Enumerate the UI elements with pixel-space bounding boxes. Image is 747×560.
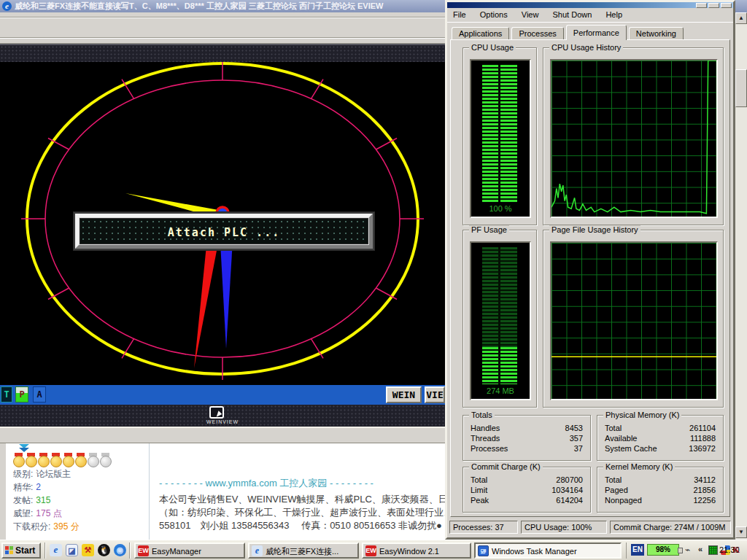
medal-row [13,453,112,467]
browser-vertical-scrollbar[interactable]: ▲ ▼ [735,12,747,540]
monitor-icon: 🖳 [478,545,489,556]
kernel-memory-group: Kernel Memory (K) Total34112 Paged21856 … [597,467,724,513]
stat-download-points: 下载积分:395 分 [13,521,80,534]
pf-usage-gauge: 274 MB [470,241,531,400]
signature-line-3: 558101 刘小姐 13584556343 传真：0510 80516653 … [159,519,445,532]
task-manager-window: File Options View Shut Down Help Applica… [445,0,735,540]
hmi-window-bottom-edge [0,427,445,443]
stat-posts: 发帖:315 [13,494,80,508]
easywindow-icon: EW [365,545,376,556]
gold-medal-icon [38,453,49,466]
scroll-down-button[interactable]: ▼ [735,526,747,538]
cpu-led-lit [482,65,517,202]
stat-row: Total280700 [463,475,590,485]
tab-processes[interactable]: Processes [511,27,563,40]
pf-usage-group: PF Usage 274 MB [462,230,537,408]
tab-performance[interactable]: Performance [566,25,627,40]
weinview-label: WEINVIEW [0,419,445,424]
taskbar-item-easywindow[interactable]: EW EasyWindow 2.1 [362,542,471,559]
status-processes: Processes: 37 [449,521,518,534]
media-icon[interactable]: ◉ [114,544,126,556]
hmi-header-strip [0,44,445,62]
status-commit-charge: Commit Charge: 274M / 1009M [610,521,731,534]
window-icon[interactable]: ◪ [66,544,78,556]
scroll-thumb[interactable] [735,69,747,107]
hmi-button-t[interactable]: T [1,386,12,402]
tool-icon[interactable]: ⚒ [82,544,94,556]
cpu-history-graph [550,59,718,218]
stat-row: Threads357 [463,433,590,443]
signature-line-2: （如：纺织印染、环保化工、干燥行业、超声波行业、表面处理行业、照 [159,506,445,519]
power-plug-icon[interactable]: ⌁ [685,545,695,554]
stat-row: Peak614204 [463,495,590,505]
cpu-usage-value: 100 % [471,204,530,213]
windows-flag-icon [5,546,13,554]
column-divider [149,443,150,540]
close-button[interactable] [721,3,732,8]
gold-medal-icon [75,453,86,466]
taskbar-item-task-manager[interactable]: 🖳 Windows Task Manager [474,542,622,559]
internet-explorer-icon: e [2,1,12,11]
stat-row: System Cache136972 [597,443,723,454]
signature-divider: - - - - - - - - www.ymmfa.com 工控人家园 - - … [159,477,445,490]
taskbar-item-easymanager[interactable]: EW EasyManager [134,542,245,559]
stat-prestige: 威望:175 点 [13,508,80,521]
menu-file[interactable]: File [447,8,472,21]
physical-memory-group: Physical Memory (K) Total261104 Availabl… [597,415,724,461]
tab-networking[interactable]: Networking [629,27,684,40]
gold-medal-icon [13,453,24,466]
stat-row: Limit1034164 [463,485,590,495]
commit-charge-group: Commit Charge (K) Total280700 Limit10341… [462,467,591,513]
easymanager-icon: EW [138,545,149,556]
task-manager-menu-bar: File Options View Shut Down Help [447,8,733,23]
signature-line-1: 本公司专业销售EV、WEINVIEW触摸屏、科威PLC、康沃变频器、日本高 [159,493,445,506]
cpu-usage-gauge: 100 % [470,59,531,218]
menu-shutdown[interactable]: Shut Down [547,8,598,21]
internet-explorer-icon[interactable]: e [50,544,62,556]
menu-view[interactable]: View [516,8,545,21]
menu-help[interactable]: Help [600,8,628,21]
collapse-chevron-icon[interactable] [19,448,29,452]
tab-applications[interactable]: Applications [452,27,509,40]
task-manager-status-bar: Processes: 37 CPU Usage: 100% Commit Cha… [447,519,733,535]
hmi-button-p[interactable]: P [15,386,28,402]
tray-expand-icon[interactable]: « [698,545,703,553]
pf-led-dim [482,247,517,347]
user-stats: 级别:论坛版主 精华:2 发帖:315 威望:175 点 下载积分:395 分 [13,468,80,534]
minimize-button[interactable] [696,3,707,8]
hmi-button-view[interactable]: VIE [425,386,445,403]
silver-medal-icon [100,453,111,466]
performance-tab-page: CPU Usage 100 % CPU Usage History PF Usa… [450,39,730,517]
signature-block: - - - - - - - - www.ymmfa.com 工控人家园 - - … [159,477,445,532]
plc-message-text: Attach PLC ... [80,218,368,244]
separator [129,542,131,559]
tab-strip: Applications Processes Performance Netwo… [452,25,684,40]
silver-medal-icon [88,453,98,466]
hmi-button-a[interactable]: A [33,386,46,402]
cpu-meter-tray-icon[interactable] [708,545,718,555]
start-button[interactable]: Start [1,542,41,559]
stat-row: Total261104 [597,423,723,433]
battery-indicator[interactable]: 98% [647,544,679,556]
hmi-footer-strip: WEINVIEW [0,405,445,427]
hmi-button-wein[interactable]: WEIN [386,386,422,403]
stat-row: Total34112 [597,475,723,485]
stat-row: Available111888 [597,433,723,443]
taskbar-item-browser[interactable]: e 威纶和三菱FX连接... [248,542,359,559]
qq-penguin-icon[interactable]: 🐧 [98,544,110,556]
menu-options[interactable]: Options [474,8,514,21]
cpu-usage-group: CPU Usage 100 % [462,47,537,225]
language-indicator[interactable]: EN [631,544,644,556]
stat-row: Processes37 [463,443,590,454]
totals-group: Totals Handles8453 Threads357 Processes3… [462,415,591,461]
task-manager-title-bar[interactable] [447,2,733,8]
internet-explorer-icon: e [252,545,263,556]
scroll-up-button[interactable]: ▲ [735,12,747,24]
separator [44,542,46,559]
pf-led-lit [482,347,517,384]
maximize-button[interactable] [708,3,719,8]
browser-title: 威纶和三菱FX连接不能直接读写T、C、M8***、D8*** 工控人家园 三菱工… [15,1,383,10]
weinview-cursor-icon [209,406,224,419]
gold-medal-icon [63,453,74,466]
pf-led-bar [482,247,517,384]
